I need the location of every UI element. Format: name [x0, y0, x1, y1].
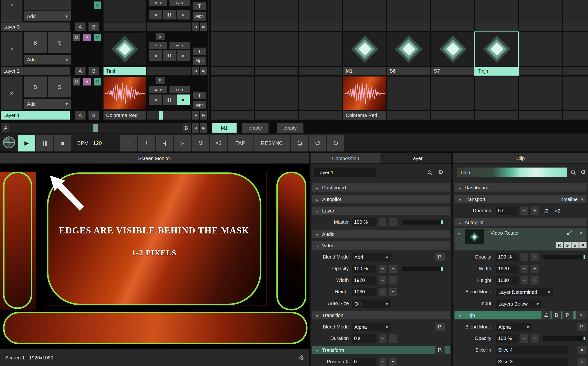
search-icon[interactable]: [570, 169, 577, 176]
layer3-play-button[interactable]: ▶: [177, 10, 190, 19]
video-height-value[interactable]: 1080: [352, 288, 376, 296]
router-opacity-increase-button[interactable]: +: [531, 253, 539, 261]
clip-duration-double-button[interactable]: ×2: [553, 207, 562, 215]
layer2-t-button[interactable]: T: [193, 48, 206, 55]
bpm-halve-button[interactable]: /2: [192, 135, 209, 152]
nudge-forward-button[interactable]: |-: [174, 135, 191, 152]
layer3-blend-dropdown[interactable]: Add: [24, 11, 71, 21]
layer3-skip-start-button[interactable]: |◀: [192, 22, 199, 31]
composition-skip-end-button[interactable]: ▶|: [200, 123, 207, 133]
layer2-trigger-mode-dropdown[interactable]: ↦: [169, 42, 190, 49]
layer1-solo-button[interactable]: S: [156, 77, 165, 84]
layer3-clip-slot[interactable]: [104, 0, 146, 22]
layer2-active-clip-name[interactable]: Tinjh: [104, 67, 146, 75]
layer3-name[interactable]: Layer 3: [1, 22, 70, 31]
layer3-pause-button[interactable]: [163, 10, 176, 19]
layer1-m-button[interactable]: M: [73, 78, 80, 86]
gear-icon[interactable]: [298, 354, 304, 361]
metronome-button[interactable]: [291, 135, 308, 152]
slice-3-remove-button[interactable]: ×: [578, 358, 587, 366]
grid-clip-s6-thumbnail[interactable]: [387, 32, 430, 66]
layer3-t-button[interactable]: T: [193, 2, 206, 10]
crossfader-b-deck-button[interactable]: B: [182, 123, 191, 133]
router-opacity-slider[interactable]: [543, 255, 586, 259]
section-dashboard[interactable]: Dashboard: [312, 183, 450, 192]
router-opacity-decrease-button[interactable]: −: [520, 253, 528, 261]
video-opacity-value[interactable]: 100 %: [352, 265, 376, 273]
column-tab-empty-1[interactable]: empty: [242, 123, 268, 133]
transport-stop-button[interactable]: ■: [54, 135, 71, 152]
grid-clip-colorama-label[interactable]: Colorama Red: [343, 111, 386, 119]
autosize-dropdown[interactable]: Off: [352, 299, 391, 308]
layer1-bypass-button[interactable]: ×: [1, 77, 22, 110]
layer1-blend-dropdown[interactable]: Add: [24, 99, 71, 109]
router-height-increase-button[interactable]: +: [531, 276, 539, 285]
section-video[interactable]: Video: [312, 241, 450, 250]
effect-opacity-slider[interactable]: [543, 336, 586, 341]
bpm-value[interactable]: 120: [93, 135, 115, 152]
video-width-value[interactable]: 1920: [352, 276, 376, 285]
slice-3-value[interactable]: Slice 3: [496, 358, 568, 366]
video-height-decrease-button[interactable]: −: [379, 288, 386, 296]
resync-button[interactable]: RESYNC: [254, 135, 290, 152]
video-opacity-increase-button[interactable]: +: [389, 265, 397, 273]
effect-blend-dropdown[interactable]: Alpha: [496, 323, 532, 331]
layer2-solo-button[interactable]: S: [156, 33, 165, 40]
grid-clip-colorama-thumbnail[interactable]: [343, 77, 386, 110]
video-width-increase-button[interactable]: +: [389, 276, 397, 285]
layer1-pause-button[interactable]: [163, 95, 176, 105]
gear-icon[interactable]: [580, 169, 586, 176]
layer1-crossfader-a-button[interactable]: A: [75, 111, 86, 119]
layer2-skip-end-button[interactable]: ▶|: [200, 67, 207, 75]
layer2-play-button[interactable]: ▶: [177, 50, 190, 61]
clip-section-autopilot[interactable]: Autopilot: [454, 218, 586, 226]
layer2-blend-dropdown[interactable]: Add: [24, 55, 71, 65]
layer3-crossfader-b-button[interactable]: B: [88, 22, 99, 31]
layer1-s-button[interactable]: S: [48, 77, 71, 97]
layer2-s-button[interactable]: S: [48, 32, 71, 53]
layer2-alpha-button[interactable]: Alph: [193, 57, 206, 65]
layer1-t-button[interactable]: T: [193, 92, 206, 99]
effect-opacity-value[interactable]: 100 %: [496, 334, 518, 343]
video-blend-param-button[interactable]: P.: [435, 253, 445, 261]
position-x-increase-button[interactable]: +: [389, 358, 397, 366]
clip-section-dashboard[interactable]: Dashboard: [454, 183, 586, 192]
effect-opacity-increase-button[interactable]: +: [531, 334, 539, 343]
crossfader-track[interactable]: [11, 123, 181, 133]
layer2-loop-mode-dropdown[interactable]: ⇆: [149, 42, 167, 49]
router-width-decrease-button[interactable]: −: [520, 265, 528, 273]
tab-layer[interactable]: Layer: [381, 153, 451, 164]
crossfader-a-deck-button[interactable]: A: [1, 123, 10, 133]
router-opacity-value[interactable]: 100 %: [496, 253, 518, 261]
layer2-skip-start-button[interactable]: |◀: [192, 67, 199, 75]
transform-param-button[interactable]: P.: [435, 346, 445, 354]
section-layer[interactable]: Layer: [312, 207, 450, 215]
layer3-prev-button[interactable]: ◀: [149, 10, 162, 19]
layer1-prev-button[interactable]: ◀: [149, 95, 162, 105]
video-height-increase-button[interactable]: +: [389, 288, 397, 296]
layer2-a-button[interactable]: A: [83, 34, 91, 41]
master-increase-button[interactable]: +: [389, 218, 397, 226]
effect-blend-param-button[interactable]: P.: [577, 323, 587, 331]
clip-name-input[interactable]: [457, 168, 567, 177]
layer2-bypass-button[interactable]: ×: [1, 32, 22, 66]
expand-icon[interactable]: [566, 230, 573, 236]
slice-in-value[interactable]: Slice 4: [496, 346, 568, 354]
router-width-value[interactable]: 1920: [496, 265, 518, 273]
layer1-active-clip-name[interactable]: Colorama Red: [104, 111, 146, 119]
redo-button[interactable]: ↻: [327, 135, 344, 152]
router-height-decrease-button[interactable]: −: [520, 276, 528, 285]
layer1-trigger-mode-dropdown[interactable]: ↦: [169, 86, 190, 93]
layer1-skip-start-button[interactable]: |◀: [192, 111, 199, 119]
layer-name-input[interactable]: [314, 168, 376, 177]
channel-b-button[interactable]: B: [571, 242, 578, 248]
bpm-decrease-button[interactable]: −: [120, 135, 137, 152]
transition-duration-increase-button[interactable]: +: [389, 334, 397, 343]
layer2-name[interactable]: Layer 2: [1, 67, 70, 75]
tap-tempo-button[interactable]: TAP: [228, 135, 253, 152]
master-value[interactable]: 100 %: [352, 218, 376, 226]
grid-clip-s7-thumbnail[interactable]: [431, 32, 474, 66]
layer2-pause-button[interactable]: [163, 50, 176, 61]
transition-blend-param-button[interactable]: P.: [435, 323, 445, 331]
layer3-trigger-mode-dropdown[interactable]: ↦: [169, 0, 190, 6]
